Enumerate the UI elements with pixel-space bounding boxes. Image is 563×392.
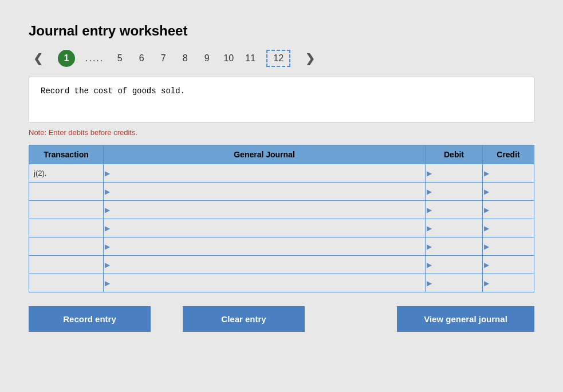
input-journal-4[interactable] xyxy=(112,237,425,255)
cell-transaction-5 xyxy=(29,256,104,274)
arrow-journal-2: ▶ xyxy=(105,206,110,214)
cell-journal-2[interactable]: ▶ xyxy=(104,201,426,219)
arrow-credit-3: ▶ xyxy=(484,224,489,232)
clear-entry-button[interactable]: Clear entry xyxy=(183,306,305,332)
page-container: Journal entry worksheet ❮ 1 ..... 5 6 7 … xyxy=(11,11,552,343)
cell-journal-3[interactable]: ▶ xyxy=(104,219,426,237)
cell-credit-5[interactable]: ▶ xyxy=(483,256,534,274)
cell-debit-5[interactable]: ▶ xyxy=(426,256,483,274)
cell-credit-3[interactable]: ▶ xyxy=(483,219,534,237)
pagination-dots: ..... xyxy=(85,53,104,64)
prev-arrow[interactable]: ❮ xyxy=(29,49,48,68)
input-journal-2[interactable] xyxy=(112,201,425,219)
cell-debit-4[interactable]: ▶ xyxy=(426,237,483,256)
cell-debit-3[interactable]: ▶ xyxy=(426,219,483,237)
input-debit-2[interactable] xyxy=(431,201,482,219)
page-7[interactable]: 7 xyxy=(158,53,169,64)
cell-journal-4[interactable]: ▶ xyxy=(104,237,426,256)
page-12[interactable]: 12 xyxy=(266,50,290,67)
cell-transaction-3 xyxy=(29,219,104,237)
arrow-journal-1: ▶ xyxy=(105,188,110,196)
input-credit-1[interactable] xyxy=(489,183,534,200)
col-header-transaction: Transaction xyxy=(29,145,104,164)
arrow-debit-0: ▶ xyxy=(427,169,432,177)
arrow-credit-2: ▶ xyxy=(484,206,489,214)
pagination: ❮ 1 ..... 5 6 7 8 9 10 11 12 ❯ xyxy=(29,49,534,68)
table-row: ▶▶▶ xyxy=(29,183,534,201)
table-row: j(2).▶▶▶ xyxy=(29,164,534,183)
page-1[interactable]: 1 xyxy=(58,50,75,67)
arrow-credit-1: ▶ xyxy=(484,188,489,196)
input-credit-3[interactable] xyxy=(489,219,534,237)
col-header-credit: Credit xyxy=(483,145,534,164)
input-debit-4[interactable] xyxy=(431,237,482,255)
input-journal-6[interactable] xyxy=(112,274,425,292)
instruction-text: Record the cost of goods sold. xyxy=(41,86,185,96)
arrow-journal-4: ▶ xyxy=(105,243,110,251)
input-debit-5[interactable] xyxy=(431,256,482,274)
input-credit-2[interactable] xyxy=(489,201,534,219)
input-credit-0[interactable] xyxy=(489,164,534,182)
cell-debit-6[interactable]: ▶ xyxy=(426,274,483,292)
input-debit-1[interactable] xyxy=(431,183,482,200)
input-credit-4[interactable] xyxy=(489,237,534,255)
note-text: Note: Enter debits before credits. xyxy=(29,128,534,137)
page-10[interactable]: 10 xyxy=(223,53,234,64)
arrow-debit-1: ▶ xyxy=(427,188,432,196)
cell-debit-2[interactable]: ▶ xyxy=(426,201,483,219)
record-entry-button[interactable]: Record entry xyxy=(29,306,151,332)
table-row: ▶▶▶ xyxy=(29,201,534,219)
cell-journal-6[interactable]: ▶ xyxy=(104,274,426,292)
page-6[interactable]: 6 xyxy=(136,53,147,64)
cell-credit-2[interactable]: ▶ xyxy=(483,201,534,219)
input-journal-5[interactable] xyxy=(112,256,425,274)
cell-journal-5[interactable]: ▶ xyxy=(104,256,426,274)
page-5[interactable]: 5 xyxy=(114,53,125,64)
cell-transaction-0: j(2). xyxy=(29,164,104,183)
input-journal-3[interactable] xyxy=(112,219,425,237)
arrow-credit-5: ▶ xyxy=(484,261,489,269)
cell-journal-0[interactable]: ▶ xyxy=(104,164,426,183)
table-row: ▶▶▶ xyxy=(29,219,534,237)
cell-debit-0[interactable]: ▶ xyxy=(426,164,483,183)
page-title: Journal entry worksheet xyxy=(29,23,534,39)
arrow-journal-5: ▶ xyxy=(105,261,110,269)
arrow-debit-6: ▶ xyxy=(427,279,432,287)
arrow-credit-6: ▶ xyxy=(484,279,489,287)
cell-credit-1[interactable]: ▶ xyxy=(483,183,534,201)
cell-credit-6[interactable]: ▶ xyxy=(483,274,534,292)
table-row: ▶▶▶ xyxy=(29,256,534,274)
page-9[interactable]: 9 xyxy=(201,53,212,64)
arrow-credit-4: ▶ xyxy=(484,243,489,251)
cell-credit-4[interactable]: ▶ xyxy=(483,237,534,256)
input-credit-5[interactable] xyxy=(489,256,534,274)
cell-credit-0[interactable]: ▶ xyxy=(483,164,534,183)
input-debit-0[interactable] xyxy=(431,164,482,182)
page-8[interactable]: 8 xyxy=(179,53,191,64)
input-debit-3[interactable] xyxy=(431,219,482,237)
col-header-journal: General Journal xyxy=(104,145,426,164)
table-row: ▶▶▶ xyxy=(29,274,534,292)
instruction-box: Record the cost of goods sold. xyxy=(29,77,534,122)
next-arrow[interactable]: ❯ xyxy=(301,49,320,68)
cell-journal-1[interactable]: ▶ xyxy=(104,183,426,201)
input-debit-6[interactable] xyxy=(431,274,482,292)
table-row: ▶▶▶ xyxy=(29,237,534,256)
cell-transaction-2 xyxy=(29,201,104,219)
input-journal-0[interactable] xyxy=(112,164,425,182)
cell-transaction-6 xyxy=(29,274,104,292)
view-general-journal-button[interactable]: View general journal xyxy=(397,306,534,332)
input-credit-6[interactable] xyxy=(489,274,534,292)
journal-table: Transaction General Journal Debit Credit… xyxy=(29,145,534,292)
arrow-debit-5: ▶ xyxy=(427,261,432,269)
arrow-journal-0: ▶ xyxy=(105,169,110,177)
arrow-credit-0: ▶ xyxy=(484,169,489,177)
cell-transaction-4 xyxy=(29,237,104,256)
arrow-debit-3: ▶ xyxy=(427,224,432,232)
arrow-journal-6: ▶ xyxy=(105,279,110,287)
input-journal-1[interactable] xyxy=(112,183,425,200)
col-header-debit: Debit xyxy=(426,145,483,164)
buttons-row: Record entry Clear entry View general jo… xyxy=(29,306,534,332)
page-11[interactable]: 11 xyxy=(245,53,256,64)
cell-debit-1[interactable]: ▶ xyxy=(426,183,483,201)
